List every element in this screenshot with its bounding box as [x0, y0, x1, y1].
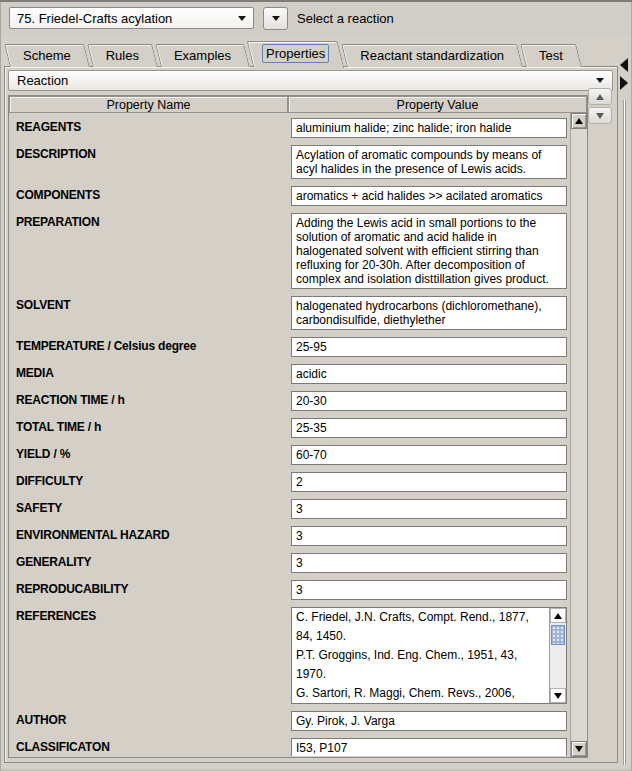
property-table: Property Name Property Value REAGENTSalu… [8, 95, 588, 758]
table-row: YIELD / %60-70 [11, 445, 569, 465]
property-name-label: TOTAL TIME / h [11, 418, 291, 438]
property-name-label: SAFETY [11, 499, 291, 519]
arrow-down-icon [554, 693, 562, 699]
tab-reactant-standardization[interactable]: Reactant standardization [344, 44, 520, 67]
scroll-up-button[interactable] [550, 608, 566, 623]
property-value-field[interactable]: Adding the Lewis acid in small portions … [291, 213, 567, 289]
property-name-label: TEMPERATURE / Celsius degree [11, 337, 291, 357]
property-name-label: ENVIRONMENTAL HAZARD [11, 526, 291, 546]
property-name-label: DESCRIPTION [11, 145, 291, 179]
property-value-field[interactable]: halogenated hydrocarbons (dichloromethan… [291, 296, 567, 330]
tab-label: Test [535, 46, 567, 65]
property-name-label: SOLVENT [11, 296, 291, 330]
property-name-label: REACTION TIME / h [11, 391, 291, 411]
property-value-field[interactable]: 3 [291, 499, 567, 519]
chevron-left-icon [620, 58, 628, 72]
scroll-down-button[interactable] [550, 688, 566, 703]
property-value-field[interactable]: 3 [291, 580, 567, 600]
arrow-down-icon [596, 113, 604, 119]
property-name-label: COMPONENTS [11, 186, 291, 206]
property-value-field[interactable]: Acylation of aromatic compounds by means… [291, 145, 567, 179]
column-header-property-name: Property Name [9, 96, 288, 113]
splitter-track[interactable] [623, 100, 626, 765]
table-row: PREPARATIONAdding the Lewis acid in smal… [11, 213, 569, 289]
table-row: REACTION TIME / h20-30 [11, 391, 569, 411]
table-row: COMPONENTSaromatics + acid halides >> ac… [11, 186, 569, 206]
reaction-dropdown-button[interactable] [263, 7, 288, 30]
move-down-button[interactable] [588, 107, 612, 124]
property-name-label: REFERENCES [11, 607, 291, 704]
arrow-up-icon [554, 613, 562, 619]
chevron-down-icon [238, 16, 246, 21]
property-name-label: REPRODUCABILITY [11, 580, 291, 600]
property-value-field[interactable]: 3 [291, 526, 567, 546]
chevron-down-icon [596, 78, 604, 83]
property-value-field[interactable]: 60-70 [291, 445, 567, 465]
property-value-field[interactable]: 20-30 [291, 391, 567, 411]
property-value-field[interactable]: 3 [291, 553, 567, 573]
table-row: TEMPERATURE / Celsius degree25-95 [11, 337, 569, 357]
arrow-up-icon [575, 118, 583, 124]
chevron-right-icon [620, 76, 628, 90]
tab-test[interactable]: Test [523, 44, 579, 67]
tab-bar: SchemeRulesExamplesPropertiesReactant st… [7, 40, 582, 67]
reaction-selector[interactable]: 75. Friedel-Crafts acylation [9, 7, 254, 29]
property-name-label: CLASSIFICATON [11, 738, 291, 756]
table-row: SOLVENThalogenated hydrocarbons (dichlor… [11, 296, 569, 330]
arrow-up-icon [596, 94, 604, 100]
table-row: REPRODUCABILITY3 [11, 580, 569, 600]
section-selector[interactable]: Reaction [8, 70, 613, 91]
references-text: C. Friedel, J.N. Crafts, Compt. Rend., 1… [292, 608, 549, 703]
references-scrollbar[interactable] [549, 608, 566, 703]
property-value-field[interactable]: Gy. Pirok, J. Varga [291, 711, 567, 731]
property-rows: REAGENTSaluminium halide; zinc halide; i… [9, 113, 569, 756]
scroll-down-button[interactable] [571, 741, 587, 757]
table-row: ENVIRONMENTAL HAZARD3 [11, 526, 569, 546]
table-row: REAGENTSaluminium halide; zinc halide; i… [11, 118, 569, 138]
tab-properties[interactable]: Properties [250, 41, 341, 68]
reaction-selector-value: 75. Friedel-Crafts acylation [17, 11, 172, 26]
property-value-field[interactable]: aromatics + acid halides >> acilated aro… [291, 186, 567, 206]
tab-scheme[interactable]: Scheme [7, 44, 87, 67]
splitter-divider[interactable] [619, 40, 630, 765]
chevron-down-icon [272, 16, 280, 21]
tab-label: Reactant standardization [356, 46, 508, 65]
tab-label: Examples [170, 46, 235, 65]
toolbar: 75. Friedel-Crafts acylation Select a re… [9, 7, 394, 29]
select-reaction-hint: Select a reaction [297, 11, 394, 26]
table-row: REFERENCESC. Friedel, J.N. Crafts, Compt… [11, 607, 569, 704]
table-row: CLASSIFICATONI53, P107 [11, 738, 569, 756]
table-row: SAFETY3 [11, 499, 569, 519]
move-up-button[interactable] [588, 88, 612, 105]
property-name-label: MEDIA [11, 364, 291, 384]
column-header-property-value: Property Value [288, 96, 587, 113]
table-row: MEDIAacidic [11, 364, 569, 384]
arrow-down-icon [575, 746, 583, 752]
table-row: DESCRIPTIONAcylation of aromatic compoun… [11, 145, 569, 179]
properties-panel: Reaction Property Name Property Value RE… [4, 66, 618, 763]
tab-examples[interactable]: Examples [158, 44, 247, 67]
section-selector-value: Reaction [17, 73, 68, 88]
property-value-field[interactable]: acidic [291, 364, 567, 384]
tab-label: Rules [102, 46, 143, 65]
table-scrollbar[interactable] [570, 113, 587, 757]
tab-label: Properties [262, 44, 329, 63]
tab-rules[interactable]: Rules [90, 44, 155, 67]
scrollbar-thumb[interactable] [551, 625, 565, 645]
property-value-field[interactable]: I53, P107 [291, 738, 567, 756]
property-value-field[interactable]: aluminium halide; zinc halide; iron hali… [291, 118, 567, 138]
property-name-label: GENERALITY [11, 553, 291, 573]
table-row: AUTHORGy. Pirok, J. Varga [11, 711, 569, 731]
property-value-field[interactable]: 25-95 [291, 337, 567, 357]
property-name-label: YIELD / % [11, 445, 291, 465]
application-window: 75. Friedel-Crafts acylation Select a re… [0, 0, 632, 771]
property-value-field[interactable]: 25-35 [291, 418, 567, 438]
property-value-field[interactable]: 2 [291, 472, 567, 492]
table-header: Property Name Property Value [9, 96, 587, 113]
table-row: DIFFICULTY2 [11, 472, 569, 492]
tab-label: Scheme [19, 46, 75, 65]
property-name-label: AUTHOR [11, 711, 291, 731]
scroll-up-button[interactable] [571, 113, 587, 129]
references-textarea[interactable]: C. Friedel, J.N. Crafts, Compt. Rend., 1… [291, 607, 567, 704]
property-name-label: REAGENTS [11, 118, 291, 138]
